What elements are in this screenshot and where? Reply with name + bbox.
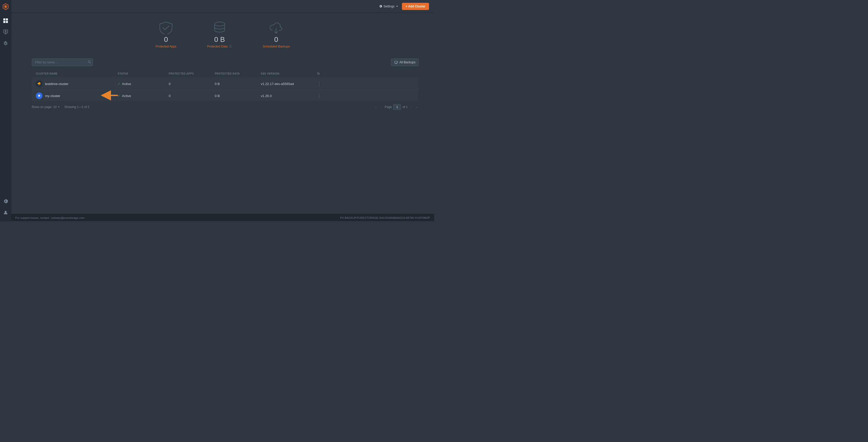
- table-footer: Rows on page: 10 Showing 1—2 of 2 « ‹ Pa…: [32, 102, 419, 112]
- stat-data-label: Protected Data ⓘ: [207, 45, 232, 48]
- sidebar-logo: [2, 3, 9, 11]
- stat-protected-apps: 0 Protected Apps: [156, 21, 177, 48]
- next-page-button[interactable]: ›: [409, 104, 413, 110]
- protected-data-cell-2: 0 B: [215, 94, 261, 98]
- stat-apps-number: 0: [164, 36, 168, 43]
- page-label: Page: [384, 105, 392, 109]
- statusbar: For support issues, contact : pxbaas@pur…: [11, 214, 434, 221]
- cluster-icon-kube: [36, 93, 42, 99]
- database-icon: [211, 21, 228, 34]
- prev-page-button[interactable]: ‹: [379, 104, 383, 110]
- all-backups-label: All Backups: [399, 61, 415, 64]
- stat-protected-data: 0 B Protected Data ⓘ: [207, 21, 232, 48]
- sidebar-item-settings[interactable]: [1, 197, 10, 206]
- cluster-name-1: testdrive-cluster: [45, 82, 68, 86]
- add-cluster-button[interactable]: + Add Cluster: [402, 3, 429, 10]
- pagination: « ‹ Page of 1 › »: [374, 104, 419, 110]
- col-protected-data: PROTECTED DATA: [215, 72, 261, 76]
- settings-button[interactable]: Settings: [379, 5, 398, 8]
- row-menu-button-2[interactable]: ⋮: [317, 94, 321, 98]
- settings-label: Settings: [383, 5, 395, 8]
- k8s-version-cell-1: v1.22.17-eks-a5565ad: [261, 82, 317, 86]
- sidebar-bottom: [1, 196, 10, 218]
- svg-line-16: [90, 62, 91, 63]
- cluster-icon-amazon: a: [36, 80, 42, 87]
- actions-cell-1: ⋮: [317, 81, 327, 86]
- col-cluster-name: CLUSTER NAME: [36, 72, 118, 76]
- svg-rect-6: [6, 21, 8, 23]
- table-row: a testdrive-cluster ✓ Active 0 0 B v1.22…: [32, 78, 419, 90]
- table-header: CLUSTER NAME STATUS PROTECTED APPS PROTE…: [32, 70, 419, 78]
- filter-input-wrap: [32, 59, 93, 66]
- col-k8s-version: K8S VERSION: [261, 72, 317, 76]
- table-row: my-cluster ✓ Active 0 0 B v1.26.0 ⋮: [32, 90, 419, 102]
- first-page-button[interactable]: «: [374, 104, 378, 110]
- sidebar-item-restore[interactable]: [1, 39, 10, 48]
- topbar: Settings + Add Cluster: [11, 0, 434, 13]
- svg-point-11: [5, 41, 6, 42]
- footer-left: Rows on page: 10 Showing 1—2 of 2: [32, 105, 89, 109]
- status-cell-1: ✓ Active: [118, 82, 169, 86]
- svg-rect-5: [3, 21, 5, 23]
- svg-rect-3: [3, 19, 5, 21]
- content-area: All Backups CLUSTER NAME STATUS PROTECTE…: [11, 55, 434, 214]
- svg-point-13: [215, 22, 225, 26]
- sidebar-item-dashboard[interactable]: [1, 16, 10, 25]
- rows-per-page[interactable]: Rows on page: 10: [32, 105, 60, 109]
- svg-rect-4: [6, 19, 8, 21]
- sidebar-item-user[interactable]: [1, 208, 10, 217]
- rows-per-page-value: 10: [53, 105, 57, 109]
- last-page-button[interactable]: »: [414, 104, 419, 110]
- cloud-backup-icon: [267, 21, 285, 34]
- k8s-version-cell-2: v1.26.0: [261, 94, 317, 98]
- stat-scheduled-backups: 0 Scheduled Backups: [262, 21, 290, 48]
- cluster-name-cell-1: a testdrive-cluster: [36, 80, 118, 87]
- col-status: STATUS: [118, 72, 169, 76]
- status-value-1: Active: [122, 82, 131, 86]
- filter-bar: All Backups: [32, 59, 419, 66]
- svg-point-9: [4, 42, 7, 45]
- stats-section: 0 Protected Apps 0 B Protected Data ⓘ: [11, 13, 434, 55]
- row-menu-button-1[interactable]: ⋮: [317, 81, 321, 86]
- protected-apps-cell-2: 0: [169, 94, 215, 98]
- cluster-name-2: my-cluster: [45, 94, 60, 98]
- col-actions: ↻: [317, 72, 327, 76]
- of-label: of 1: [402, 105, 407, 109]
- protected-data-cell-1: 0 B: [215, 82, 261, 86]
- stat-apps-label: Protected Apps: [156, 45, 177, 48]
- info-icon: ⓘ: [229, 45, 232, 48]
- page-input[interactable]: [393, 104, 401, 110]
- svg-point-10: [5, 43, 6, 44]
- col-protected-apps: PROTECTED APPS: [169, 72, 215, 76]
- stat-data-number: 0 B: [214, 36, 225, 43]
- status-check-2: ✓: [118, 94, 120, 98]
- rows-per-page-label: Rows on page:: [32, 105, 52, 109]
- showing-label: Showing 1—2 of 2: [64, 105, 89, 109]
- sidebar: [0, 0, 11, 221]
- main-content: Settings + Add Cluster 0 Protected Apps: [11, 0, 434, 221]
- support-text: For support issues, contact : pxbaas@pur…: [16, 216, 84, 219]
- filter-input[interactable]: [32, 59, 93, 66]
- add-cluster-label: + Add Cluster: [405, 5, 426, 8]
- status-check-1: ✓: [118, 82, 120, 86]
- stat-backups-label: Scheduled Backups: [262, 45, 290, 48]
- cluster-name-cell-2: my-cluster: [36, 93, 118, 99]
- svg-text:a: a: [39, 84, 40, 86]
- actions-cell-2: ⋮: [317, 94, 327, 98]
- status-cell-2: ✓ Active: [118, 94, 169, 98]
- refresh-icon[interactable]: ↻: [317, 72, 320, 76]
- svg-point-12: [5, 211, 6, 213]
- all-backups-button[interactable]: All Backups: [391, 59, 419, 66]
- status-value-2: Active: [122, 94, 131, 98]
- stat-backups-number: 0: [274, 36, 278, 43]
- protected-apps-cell-1: 0: [169, 82, 215, 86]
- shield-icon: [157, 21, 175, 34]
- cluster-table: CLUSTER NAME STATUS PROTECTED APPS PROTE…: [32, 70, 419, 102]
- instance-text: PX-BACKUP.PURESTORAGE-SHUSSAINIBAAS19-88…: [340, 216, 430, 219]
- svg-point-15: [88, 61, 90, 63]
- search-button[interactable]: [88, 60, 91, 64]
- sidebar-item-upload[interactable]: [1, 27, 10, 36]
